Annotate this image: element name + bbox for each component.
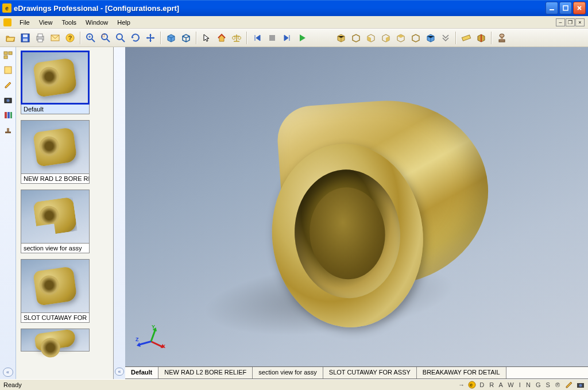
zoom-fit-button[interactable] bbox=[84, 31, 98, 45]
rotate-icon bbox=[130, 33, 141, 43]
view-bottom-button[interactable] bbox=[409, 31, 423, 45]
view-tab[interactable]: Default bbox=[125, 367, 158, 379]
cube-view-icon bbox=[336, 33, 346, 43]
maximize-button[interactable] bbox=[559, 2, 572, 14]
help-button[interactable]: ? bbox=[63, 31, 77, 45]
view-tab[interactable]: NEW RAD L2 BORE RELIEF bbox=[158, 367, 253, 379]
viewport-area: X Y Z Default NEW RAD L2 BORE RELIEF sec… bbox=[125, 47, 588, 379]
open-button[interactable] bbox=[3, 31, 17, 45]
config-label: SLOT CUTAWAY FOR . bbox=[21, 313, 90, 323]
view-tab[interactable]: SLOT CUTAWAY FOR ASSY bbox=[323, 367, 417, 379]
save-button[interactable] bbox=[18, 31, 32, 45]
cube-view-icon bbox=[351, 33, 361, 43]
svg-rect-22 bbox=[4, 52, 7, 55]
svg-point-16 bbox=[238, 37, 241, 40]
measure-button[interactable] bbox=[459, 31, 473, 45]
svg-text:?: ? bbox=[68, 34, 72, 41]
print-button[interactable] bbox=[33, 31, 47, 45]
configurations-panel[interactable]: Default NEW RAD L2 BORE RE section view … bbox=[16, 47, 114, 379]
shaded-button[interactable] bbox=[164, 31, 178, 45]
svg-point-15 bbox=[233, 37, 235, 40]
config-label: section view for assy bbox=[21, 244, 90, 253]
brand-camera-icon bbox=[577, 381, 585, 389]
minimize-button[interactable] bbox=[546, 2, 558, 14]
collapse-strip-button[interactable]: « bbox=[3, 368, 13, 377]
pencil-icon bbox=[3, 80, 13, 90]
svg-rect-0 bbox=[550, 9, 554, 10]
books-icon bbox=[3, 110, 13, 119]
svg-point-14 bbox=[117, 34, 122, 40]
view-back-button[interactable] bbox=[349, 31, 363, 45]
view-front-button[interactable] bbox=[334, 31, 348, 45]
toolbar-separator bbox=[491, 32, 492, 44]
cursor-icon bbox=[202, 33, 212, 43]
pan-button[interactable] bbox=[144, 31, 157, 45]
view-tab[interactable]: BREAKAWAY FOR DETAIL bbox=[417, 367, 506, 379]
perspective-button[interactable] bbox=[179, 31, 193, 45]
mdi-restore-button[interactable]: ❐ bbox=[566, 18, 575, 26]
svg-point-21 bbox=[500, 34, 504, 37]
rotate-button[interactable] bbox=[129, 31, 142, 45]
3d-view[interactable]: X Y Z bbox=[125, 47, 588, 366]
mdi-minimize-button[interactable]: – bbox=[556, 18, 565, 26]
view-left-button[interactable] bbox=[364, 31, 378, 45]
svg-rect-6 bbox=[38, 34, 42, 37]
cube-view-icon bbox=[381, 33, 391, 43]
select-button[interactable] bbox=[200, 31, 214, 45]
stamp-tab-button[interactable] bbox=[2, 124, 14, 136]
first-button[interactable] bbox=[250, 31, 264, 45]
mass-button[interactable] bbox=[230, 31, 243, 45]
next-button[interactable] bbox=[280, 31, 294, 45]
view-top-button[interactable] bbox=[394, 31, 408, 45]
brand-logo-icon: e bbox=[468, 381, 476, 389]
brand-area: → e D R A W I N G S ® bbox=[458, 381, 585, 389]
config-thumb[interactable]: SLOT CUTAWAY FOR . bbox=[21, 259, 90, 323]
svg-rect-25 bbox=[5, 67, 11, 74]
left-tool-strip: « bbox=[0, 47, 16, 379]
layers-tab-button[interactable] bbox=[2, 109, 14, 121]
window-title: eDrawings Professional - [Configurations… bbox=[14, 4, 546, 13]
collapse-panel-button[interactable]: « bbox=[115, 368, 124, 376]
zoom-button[interactable] bbox=[114, 31, 127, 45]
config-thumb[interactable]: section view for assy bbox=[21, 190, 90, 253]
view-more-button[interactable] bbox=[439, 31, 452, 45]
menu-help[interactable]: Help bbox=[113, 18, 135, 27]
config-thumb[interactable] bbox=[21, 329, 90, 352]
svg-rect-23 bbox=[9, 52, 12, 55]
close-icon bbox=[577, 5, 582, 11]
config-thumbnail-image bbox=[21, 190, 90, 244]
balance-icon bbox=[231, 33, 242, 43]
stop-icon bbox=[267, 33, 277, 43]
toolbar-separator bbox=[246, 32, 247, 44]
menu-view[interactable]: View bbox=[34, 18, 57, 27]
configs-tab-button[interactable] bbox=[2, 49, 14, 61]
svg-rect-17 bbox=[269, 35, 275, 41]
config-thumb[interactable]: NEW RAD L2 BORE RE bbox=[21, 120, 90, 184]
sheets-tab-button[interactable] bbox=[2, 64, 14, 76]
send-button[interactable] bbox=[48, 31, 62, 45]
mdi-close-button[interactable]: × bbox=[575, 18, 585, 26]
stop-button[interactable] bbox=[265, 31, 279, 45]
home-button[interactable] bbox=[215, 31, 229, 45]
menu-file[interactable]: File bbox=[15, 18, 34, 27]
config-thumb[interactable]: Default bbox=[21, 51, 90, 114]
stamp-button[interactable] bbox=[495, 31, 509, 45]
section-icon bbox=[476, 33, 486, 43]
close-button[interactable] bbox=[573, 2, 586, 14]
cube-view-icon bbox=[366, 33, 376, 43]
orientation-triad[interactable]: X Y Z bbox=[137, 326, 165, 355]
pan-icon bbox=[145, 33, 156, 43]
markup-tab-button[interactable] bbox=[2, 79, 14, 91]
view-right-button[interactable] bbox=[379, 31, 393, 45]
sheet-icon bbox=[3, 65, 13, 75]
search-tab-button[interactable] bbox=[2, 94, 14, 106]
zoom-area-button[interactable] bbox=[99, 31, 113, 45]
menu-tools[interactable]: Tools bbox=[57, 18, 81, 27]
view-iso-button[interactable] bbox=[424, 31, 438, 45]
view-tab[interactable]: section view for assy bbox=[253, 367, 323, 379]
play-button[interactable] bbox=[295, 31, 309, 45]
cube-view-icon bbox=[411, 33, 421, 43]
cube-wire-icon bbox=[181, 33, 191, 43]
menu-window[interactable]: Window bbox=[81, 18, 113, 27]
section-button[interactable] bbox=[474, 31, 488, 45]
